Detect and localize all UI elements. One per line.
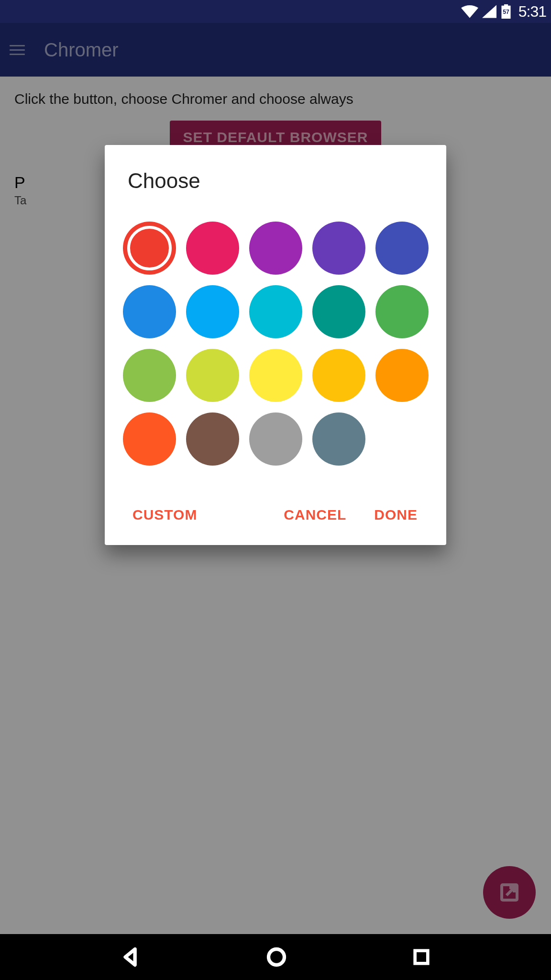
color-swatch[interactable] <box>249 349 302 402</box>
color-swatch[interactable] <box>186 285 239 338</box>
color-swatch[interactable] <box>186 349 239 402</box>
color-swatch[interactable] <box>123 222 176 275</box>
color-swatch[interactable] <box>312 285 365 338</box>
navigation-bar <box>0 934 551 980</box>
status-bar: 57 5:31 <box>0 0 551 23</box>
custom-button[interactable]: CUSTOM <box>130 503 200 527</box>
color-swatch[interactable] <box>375 285 429 338</box>
recent-apps-icon[interactable] <box>412 947 431 967</box>
color-swatch[interactable] <box>375 222 429 275</box>
color-swatch[interactable] <box>312 412 365 466</box>
color-swatch[interactable] <box>186 412 239 466</box>
modal-scrim[interactable]: Choose CUSTOM CANCEL DONE <box>0 23 551 934</box>
status-time: 5:31 <box>518 3 546 21</box>
color-palette <box>128 222 423 466</box>
done-button[interactable]: DONE <box>371 503 420 527</box>
home-icon[interactable] <box>266 947 287 968</box>
svg-text:57: 57 <box>503 9 509 15</box>
dialog-title: Choose <box>128 169 423 193</box>
color-swatch[interactable] <box>312 349 365 402</box>
color-swatch[interactable] <box>312 222 365 275</box>
svg-point-2 <box>268 949 284 965</box>
color-swatch[interactable] <box>249 285 302 338</box>
svg-rect-3 <box>415 951 428 964</box>
dialog-actions: CUSTOM CANCEL DONE <box>128 499 423 535</box>
color-swatch[interactable] <box>123 412 176 466</box>
color-swatch[interactable] <box>123 285 176 338</box>
color-swatch[interactable] <box>375 349 429 402</box>
cell-signal-icon <box>482 5 496 18</box>
color-swatch[interactable] <box>249 412 302 466</box>
color-picker-dialog: Choose CUSTOM CANCEL DONE <box>105 145 446 545</box>
wifi-icon <box>461 5 478 18</box>
color-swatch[interactable] <box>186 222 239 275</box>
color-swatch[interactable] <box>249 222 302 275</box>
cancel-button[interactable]: CANCEL <box>281 503 349 527</box>
color-swatch[interactable] <box>123 349 176 402</box>
back-icon[interactable] <box>120 947 141 968</box>
battery-icon: 57 <box>500 4 512 19</box>
